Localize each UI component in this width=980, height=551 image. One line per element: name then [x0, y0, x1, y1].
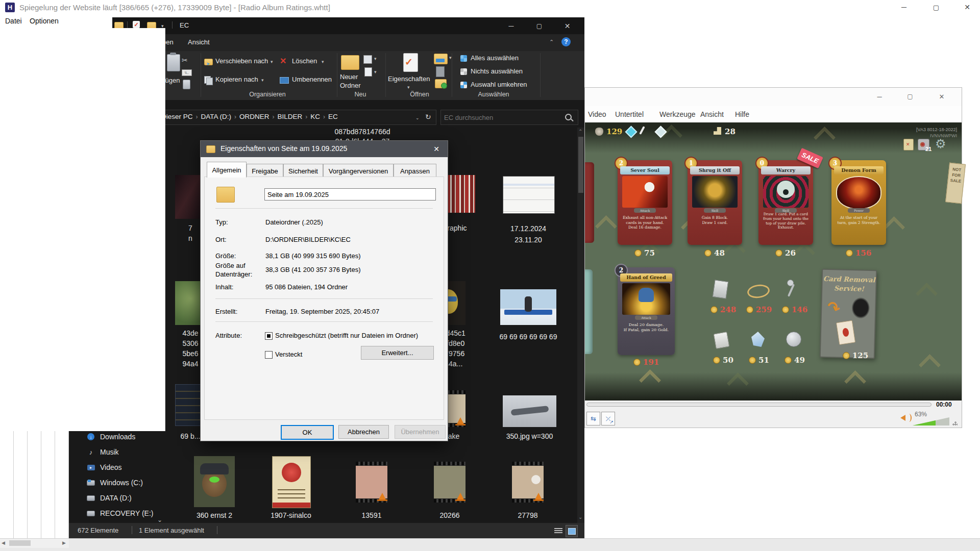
explorer-close-button[interactable]: ✕ — [553, 17, 581, 34]
invert-selection-button[interactable]: Auswahl umkehren — [471, 81, 527, 88]
rename-button[interactable]: Umbenennen — [292, 76, 332, 83]
scrollbar-thumb[interactable] — [578, 137, 583, 193]
refresh-icon[interactable]: ↻ — [425, 113, 431, 121]
new-item-caret-icon[interactable]: ▾ — [374, 56, 377, 61]
sidebar-item-windows-c[interactable]: Windows (C:) — [100, 479, 143, 487]
search-input[interactable] — [443, 112, 562, 123]
scroll-up-icon[interactable]: ⌃ — [578, 129, 582, 134]
file-thumbnail[interactable] — [503, 176, 555, 214]
ok-button[interactable]: OK — [281, 425, 334, 440]
breadcrumb-item[interactable]: Dieser PC — [161, 113, 193, 120]
advanced-button[interactable]: Erweitert... — [361, 346, 434, 360]
help-icon[interactable]: ? — [561, 37, 571, 46]
address-dropdown-icon[interactable]: ⌄ — [415, 115, 420, 120]
tab-sicherheit[interactable]: Sicherheit — [283, 164, 323, 178]
paste-shortcut-icon[interactable] — [183, 80, 190, 89]
hscroll-thumb[interactable] — [9, 540, 31, 546]
file-thumbnail[interactable] — [272, 456, 311, 508]
file-thumbnail[interactable] — [434, 462, 465, 503]
edit-icon[interactable] — [436, 66, 445, 77]
vlc-menu-werkzeuge[interactable]: Werkzeuge — [659, 110, 696, 118]
breadcrumb-item[interactable]: EC — [328, 113, 338, 120]
explorer-maximize-button[interactable]: ▢ — [525, 17, 553, 34]
select-all-button[interactable]: Alles auswählen — [471, 54, 519, 62]
cut-icon[interactable]: ✂ — [182, 56, 188, 64]
copy-to-button[interactable]: Kopieren nach — [215, 76, 258, 83]
paste-label-fragment[interactable]: fügen — [163, 77, 180, 84]
sidebar-item-videos[interactable]: Videos — [100, 463, 122, 471]
new-item-icon[interactable] — [363, 55, 372, 64]
tab-vorgaengerversionen[interactable]: Vorgängerversionen — [323, 164, 394, 178]
loop-button[interactable]: ⇆ — [586, 412, 600, 425]
vlc-menu-hilfe[interactable]: Hilfe — [735, 110, 749, 118]
cancel-button[interactable]: Abbrechen — [338, 425, 389, 439]
scroll-down-icon[interactable]: ⌄ — [578, 514, 582, 520]
vlc-menu-untertitel[interactable]: Untertitel — [615, 110, 644, 118]
hidden-checkbox[interactable] — [265, 351, 273, 359]
vlc-menu-video[interactable]: Video — [588, 110, 606, 118]
file-label[interactable]: 1907-sinalco — [265, 510, 316, 520]
sidebar-item-recovery-e[interactable]: RECOVERY (E:) — [100, 509, 154, 517]
file-label[interactable]: 69 69 69 69 69 69 — [493, 332, 564, 342]
easy-access-icon[interactable] — [364, 67, 372, 77]
open-caret-icon[interactable]: ▾ — [449, 55, 452, 60]
new-folder-button-line2[interactable]: Ordner — [340, 82, 360, 89]
tab-anpassen[interactable]: Anpassen — [394, 164, 436, 178]
thumbnail-view-icon[interactable] — [566, 525, 578, 537]
resize-grip-icon[interactable] — [952, 420, 958, 425]
delete-caret-icon[interactable]: ▾ — [322, 59, 324, 64]
httrack-minimize-button[interactable]: ─ — [892, 0, 916, 14]
volume-icon[interactable] — [900, 415, 905, 421]
list-view-icon[interactable] — [554, 527, 562, 534]
tab-ansicht[interactable]: Ansicht — [188, 38, 210, 46]
shuffle-button[interactable]: ⤫↗ — [601, 412, 615, 425]
httrack-hscrollbar[interactable]: ◀ ▶ — [0, 538, 69, 548]
easy-access-caret-icon[interactable]: ▾ — [374, 69, 377, 74]
new-folder-button-line1[interactable]: Neuer — [340, 73, 358, 81]
delete-button[interactable]: Löschen — [292, 57, 317, 65]
select-none-button[interactable]: Nichts auswählen — [471, 67, 523, 75]
seekbar[interactable] — [586, 403, 932, 407]
folder-name-input[interactable] — [264, 188, 436, 201]
video-surface[interactable] — [585, 122, 962, 400]
explorer-minimize-button[interactable]: ─ — [497, 17, 525, 34]
properties-button[interactable]: Eigenschaften — [388, 75, 430, 83]
apply-button[interactable]: Übernehmen — [395, 425, 446, 439]
dialog-close-icon[interactable]: ✕ — [429, 142, 444, 156]
file-thumbnail[interactable] — [194, 456, 235, 507]
sidebar-item-musik[interactable]: Musik — [100, 448, 119, 456]
readonly-checkbox[interactable] — [265, 332, 273, 340]
properties-caret-icon[interactable]: ▾ — [407, 85, 410, 90]
httrack-close-button[interactable]: ✕ — [955, 0, 979, 14]
file-label[interactable]: 17.12.2024 23.11.20 — [490, 223, 567, 245]
file-label[interactable]: 13591 — [347, 510, 396, 520]
file-thumbnail[interactable] — [356, 462, 387, 503]
file-thumbnail[interactable] — [500, 289, 556, 325]
vlc-maximize-button[interactable]: ▢ — [901, 90, 919, 103]
file-thumbnail[interactable] — [512, 462, 544, 503]
move-to-caret-icon[interactable]: ▾ — [271, 59, 273, 64]
breadcrumb-item[interactable]: ORDNER — [239, 113, 270, 120]
vlc-close-button[interactable]: ✕ — [933, 90, 951, 103]
scroll-left-icon[interactable]: ◀ — [2, 540, 5, 545]
ribbon-collapse-icon[interactable]: ⌃ — [549, 39, 554, 45]
tab-freigabe[interactable]: Freigabe — [247, 164, 283, 178]
httrack-maximize-button[interactable]: ▢ — [924, 0, 948, 14]
file-thumbnail[interactable] — [503, 395, 556, 427]
search-icon[interactable] — [565, 114, 572, 120]
copy-path-icon[interactable]: \\.. — [182, 69, 192, 76]
qat-check-icon[interactable]: ✓ — [133, 21, 140, 28]
sidebar-item-downloads[interactable]: Downloads — [100, 433, 135, 441]
vlc-menu-ansicht[interactable]: Ansicht — [700, 110, 724, 118]
sidebar-scroll-icon[interactable]: ⌄ — [157, 516, 162, 523]
breadcrumb-item[interactable]: KC — [310, 113, 320, 120]
vlc-minimize-button[interactable]: ─ — [870, 90, 889, 103]
copy-to-caret-icon[interactable]: ▾ — [261, 78, 264, 83]
scroll-right-icon[interactable]: ▶ — [62, 540, 66, 545]
file-label[interactable]: 27798 — [503, 510, 552, 520]
tab-allgemein[interactable]: Allgemein — [207, 162, 247, 178]
sidebar-item-data-d[interactable]: DATA (D:) — [100, 494, 132, 502]
file-label[interactable]: 20266 — [425, 510, 474, 520]
move-to-button[interactable]: Verschieben nach — [215, 57, 268, 65]
menu-optionen[interactable]: Optionen — [30, 17, 59, 25]
